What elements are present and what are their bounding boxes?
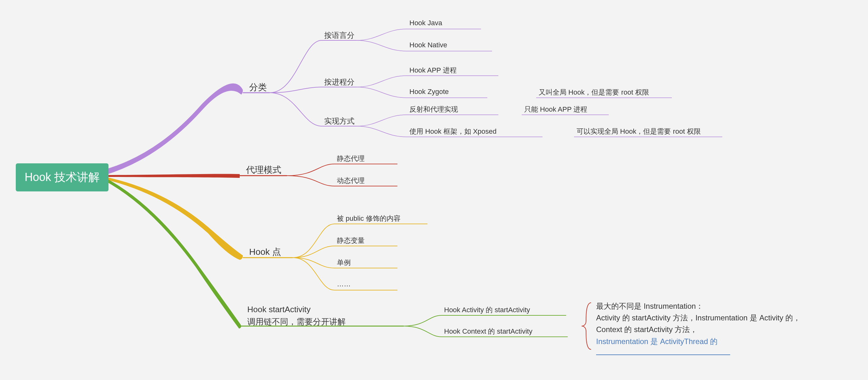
- node-ellipsis[interactable]: ……: [337, 280, 351, 288]
- node-dynamic-proxy[interactable]: 动态代理: [337, 176, 365, 185]
- node-hook-context-start[interactable]: Hook Context 的 startActivity: [444, 327, 532, 336]
- node-hook-zygote[interactable]: Hook Zygote: [409, 88, 449, 96]
- annotation-brace: [582, 303, 591, 349]
- branch-purple-root: [104, 84, 243, 175]
- node-hook-framework-note[interactable]: 可以实现全局 Hook，但是需要 root 权限: [577, 127, 701, 136]
- node-by-process[interactable]: 按进程分: [324, 77, 354, 87]
- node-static-var[interactable]: 静态变量: [337, 236, 365, 245]
- node-proxy-pattern[interactable]: 代理模式: [246, 164, 281, 176]
- node-hook-point[interactable]: Hook 点: [249, 246, 281, 258]
- root-title: Hook 技术讲解: [25, 170, 100, 184]
- branch-yellow-root: [104, 177, 243, 260]
- node-public-content[interactable]: 被 public 修饰的内容: [337, 214, 401, 223]
- node-reflect-proxy[interactable]: 反射和代理实现: [409, 105, 458, 114]
- branch-red-root: [104, 174, 240, 178]
- branch-green-root: [104, 177, 241, 328]
- node-impl-method[interactable]: 实现方式: [324, 116, 354, 126]
- root-node[interactable]: Hook 技术讲解: [16, 163, 108, 191]
- node-by-language[interactable]: 按语言分: [324, 30, 354, 40]
- node-reflect-proxy-note[interactable]: 只能 Hook APP 进程: [524, 105, 587, 114]
- mindmap-canvas: Hook 技术讲解 分类 按语言分 Hook Java Hook Native …: [0, 0, 868, 380]
- node-classification[interactable]: 分类: [249, 82, 267, 93]
- node-hook-app-process[interactable]: Hook APP 进程: [409, 66, 457, 75]
- node-singleton[interactable]: 单例: [337, 258, 351, 267]
- node-hook-framework[interactable]: 使用 Hook 框架，如 Xposed: [409, 127, 496, 136]
- annotation-instrumentation: 最大的不同是 Instrumentation： Activity 的 start…: [596, 300, 864, 347]
- node-hook-native[interactable]: Hook Native: [409, 41, 447, 49]
- node-hook-activity-start[interactable]: Hook Activity 的 startActivity: [444, 305, 530, 315]
- node-hook-startactivity[interactable]: Hook startActivity 调用链不同，需要分开讲解: [247, 304, 405, 328]
- node-hook-java[interactable]: Hook Java: [409, 19, 442, 27]
- node-static-proxy[interactable]: 静态代理: [337, 154, 365, 163]
- node-hook-zygote-note[interactable]: 又叫全局 Hook，但是需要 root 权限: [539, 88, 649, 97]
